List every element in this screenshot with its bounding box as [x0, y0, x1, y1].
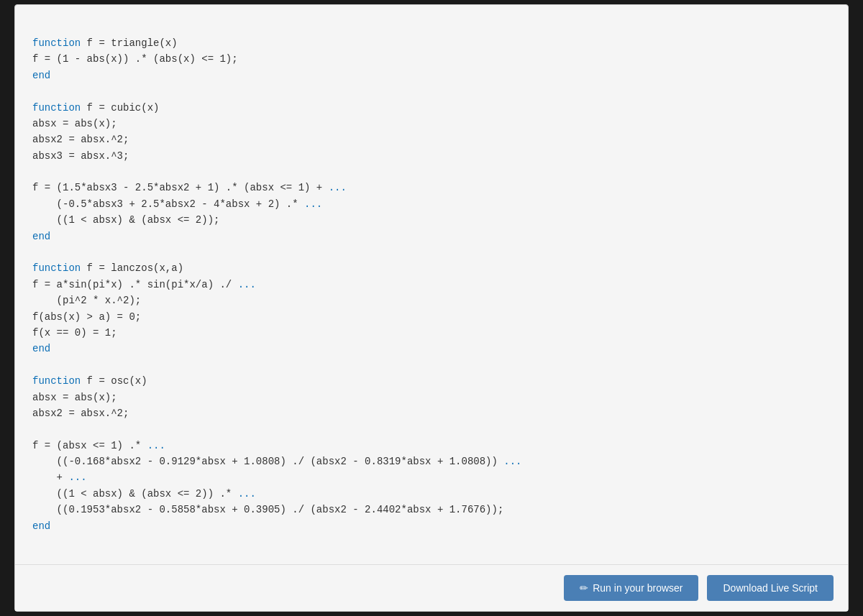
code-line: absx2 = absx.^2; — [32, 134, 129, 145]
keyword: end — [32, 520, 50, 532]
download-live-script-button[interactable]: Download Live Script — [707, 575, 834, 601]
main-container: function f = triangle(x) f = (1 - abs(x)… — [14, 4, 849, 612]
code-line: absx2 = absx.^2; — [32, 408, 129, 419]
code-line: f = (absx <= 1) .* ... — [32, 440, 165, 451]
ellipsis: ... — [304, 198, 322, 210]
footer: ✏ Run in your browser Download Live Scri… — [15, 564, 848, 611]
pencil-icon: ✏ — [580, 582, 588, 594]
code-line: ((-0.168*absx2 - 0.9129*absx + 1.0808) .… — [32, 456, 522, 467]
ellipsis: ... — [503, 456, 521, 467]
keyword: function — [32, 262, 81, 274]
keyword: function — [32, 102, 81, 114]
code-line: absx3 = absx.^3; — [32, 150, 129, 162]
code-line: ((1 < absx) & (absx <= 2)); — [32, 214, 219, 226]
run-button-label: Run in your browser — [593, 582, 682, 594]
ellipsis: ... — [329, 182, 347, 193]
ellipsis: ... — [238, 279, 256, 290]
code-line: f(abs(x) > a) = 0; — [32, 311, 141, 323]
keyword: function — [32, 37, 81, 49]
code-line — [32, 247, 38, 258]
code-line: f(x == 0) = 1; — [32, 327, 117, 339]
code-line: function f = osc(x) — [32, 375, 147, 387]
code-line: function f = triangle(x) — [32, 37, 178, 49]
code-line: f = (1.5*absx3 - 2.5*absx2 + 1) .* (absx… — [32, 182, 347, 193]
keyword: end — [32, 231, 50, 242]
keyword: end — [32, 343, 50, 354]
code-line: (-0.5*absx3 + 2.5*absx2 - 4*absx + 2) .*… — [32, 198, 322, 210]
code-line: f = a*sin(pi*x) .* sin(pi*x/a) ./ ... — [32, 279, 256, 290]
code-line: end — [32, 520, 50, 532]
code-line: ((0.1953*absx2 - 0.5858*absx + 0.3905) .… — [32, 504, 503, 515]
code-line: (pi^2 * x.^2); — [32, 295, 141, 306]
code-line: absx = abs(x); — [32, 118, 117, 129]
code-line: function f = cubic(x) — [32, 102, 159, 114]
code-line — [32, 423, 38, 435]
code-line — [32, 86, 38, 97]
keyword: function — [32, 375, 81, 387]
code-line: end — [32, 70, 50, 81]
ellipsis: ... — [68, 472, 86, 483]
code-line: + ... — [32, 472, 87, 483]
ellipsis: ... — [147, 440, 165, 451]
code-line: absx = abs(x); — [32, 392, 117, 403]
run-in-browser-button[interactable]: ✏ Run in your browser — [564, 575, 698, 601]
download-button-label: Download Live Script — [723, 582, 818, 594]
ellipsis: ... — [238, 488, 256, 500]
code-line — [32, 359, 38, 371]
code-line — [32, 166, 38, 178]
code-line: function f = lanczos(x,a) — [32, 262, 183, 274]
keyword: end — [32, 70, 50, 81]
code-line: ((1 < absx) & (absx <= 2)) .* ... — [32, 488, 256, 500]
code-line: end — [32, 231, 50, 242]
code-line: end — [32, 343, 50, 354]
code-area: function f = triangle(x) f = (1 - abs(x)… — [15, 5, 848, 565]
code-line: f = (1 - abs(x)) .* (abs(x) <= 1); — [32, 53, 238, 65]
